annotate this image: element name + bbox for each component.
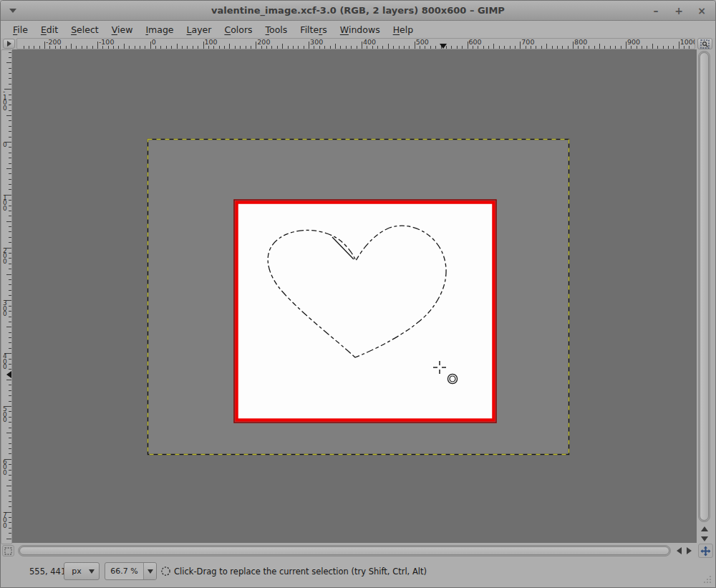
horizontal-ruler[interactable]: -200-10001002003004005006007008009001000 [16,38,695,49]
horizontal-scrollbar-thumb[interactable] [19,546,669,555]
canvas-viewport[interactable] [12,49,697,543]
ruler-tick [150,42,151,49]
ruler-tick [203,42,204,49]
canvas-drawing [12,49,697,543]
maximize-button[interactable]: + [672,4,685,17]
ruler-tick [9,364,11,365]
ruler-tick [9,496,11,496]
minimize-button[interactable]: – [649,4,662,17]
scroll-left-button[interactable] [677,547,682,554]
ruler-tick [488,46,489,49]
ruler-tick [9,438,11,438]
ruler-tick [330,46,331,49]
horizontal-scrollbar-track[interactable] [18,545,671,556]
image-layer[interactable] [237,203,494,420]
vertical-scrollbar[interactable] [697,49,712,543]
ruler-tick [9,131,11,132]
ruler-tick [9,443,11,444]
unit-dropdown[interactable]: px [64,562,100,580]
ruler-tick [546,44,547,49]
menu-image[interactable]: Image [139,22,180,37]
scroll-right-button[interactable] [687,547,692,554]
ruler-tick [631,46,632,49]
ruler-tick [557,46,558,49]
ruler-tick [610,46,611,49]
ruler-tick [589,46,589,49]
window-menu-icon[interactable] [9,9,16,13]
ruler-tick [531,46,531,49]
ruler-tick [626,42,626,49]
ruler-tick [9,200,11,201]
ruler-tick [9,359,11,360]
menu-colors[interactable]: Colors [218,22,258,37]
ruler-label: 800 [574,39,587,46]
ruler-tick [399,46,400,49]
ruler-tick [430,46,431,49]
ruler-tick [256,42,256,49]
scroll-down-button[interactable] [701,536,708,541]
ruler-tick [9,448,11,449]
ruler-tick [9,173,11,174]
zoom-dropdown[interactable]: 66.7 % [105,562,157,580]
ruler-tick [621,46,621,49]
chevron-down-icon [147,569,153,574]
menu-filters[interactable]: Filters [294,22,333,37]
ruler-tick [483,46,484,49]
ruler-tick [552,46,553,49]
ruler-tick [29,46,29,49]
ruler-tick [9,226,11,227]
menu-help[interactable]: Help [387,22,420,37]
ruler-tick [9,137,11,138]
ruler-tick [409,46,410,49]
ruler-tick [9,401,11,402]
ruler-tick [240,46,241,49]
ruler-tick [420,46,420,49]
ruler-tick [657,46,658,49]
menu-file[interactable]: File [6,22,34,37]
scroll-up-button[interactable] [701,526,708,531]
ruler-tick [39,46,40,49]
vertical-scrollbar-thumb[interactable] [700,52,709,521]
ruler-tick [6,433,11,433]
ruler-tick [9,84,11,85]
ruler-tick [92,46,93,49]
menu-view[interactable]: View [105,22,140,37]
ruler-tick [208,46,209,49]
titlebar[interactable]: valentine_image.xcf-3.0 (RGB, 2 layers) … [1,1,715,21]
menu-windows[interactable]: Windows [334,22,387,37]
ruler-label: -200 [46,39,62,46]
close-button[interactable]: × [695,4,708,17]
vertical-scrollbar-track[interactable] [698,51,710,522]
ruler-tick [668,46,669,49]
ruler-tick [541,46,542,49]
menu-tools[interactable]: Tools [259,22,294,37]
vertical-ruler[interactable]: - 1 0 001 0 02 0 03 0 04 0 05 0 06 0 07 … [1,49,12,544]
pointer-marker-vertical [6,371,11,378]
ruler-tick [377,46,378,49]
ruler-tick [71,44,72,49]
ruler-label: 400 [363,39,376,46]
gimp-window: valentine_image.xcf-3.0 (RGB, 2 layers) … [0,0,716,588]
ruler-tick [9,253,11,254]
menu-select[interactable]: Select [64,22,105,37]
ruler-tick [604,46,605,49]
ruler-label: 6 0 0 [3,460,7,476]
resize-grip[interactable] [702,574,712,584]
menu-edit[interactable]: Edit [34,22,64,37]
ruler-tick [160,46,161,49]
horizontal-scrollbar[interactable] [12,544,697,557]
menu-layer[interactable]: Layer [180,22,218,37]
navigation-button[interactable] [698,544,713,558]
menu-arrow-button[interactable] [3,39,15,49]
zoom-dropdown-button[interactable] [143,563,156,579]
ruler-tick [66,46,67,49]
zoom-follow-window-button[interactable] [697,38,712,49]
ruler-tick [9,95,11,95]
ruler-tick [155,46,156,49]
ruler-tick [9,533,11,534]
ruler-label: 0 [152,39,156,46]
ruler-tick [6,274,11,275]
ruler-label: - 1 0 0 [3,90,7,111]
ruler-tick [9,78,11,79]
ruler-label: 700 [521,39,534,46]
